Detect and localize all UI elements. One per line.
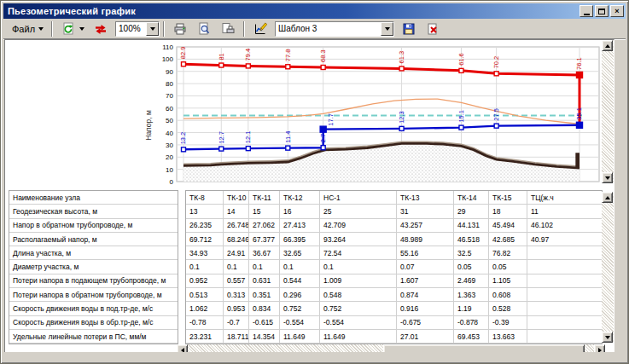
table-row: 1.0620.9530.8340.7520.7520.9161.190.528 bbox=[186, 302, 602, 315]
table-cell: 15 bbox=[249, 205, 280, 218]
scroll-up-button[interactable] bbox=[602, 40, 613, 51]
row-label: Располагаемый напор, м bbox=[9, 233, 178, 246]
zoom-dropdown-button[interactable] bbox=[146, 22, 159, 36]
table-cell: 46.518 bbox=[454, 233, 489, 246]
table-cell: 11.649 bbox=[280, 330, 320, 344]
template-value: Шаблон 3 bbox=[276, 22, 381, 36]
y-tick-label: 100 bbox=[162, 55, 174, 63]
table-col-header: ТК-11 bbox=[249, 191, 280, 205]
app-window: Пьезометрический график × Файл 100% bbox=[0, 0, 629, 364]
piezometric-chart: 0102030405060708090100110Напор, м82.913.… bbox=[5, 40, 614, 188]
table-row: 0.9520.5570.6310.5441.0091.6072.4691.105 bbox=[186, 274, 602, 288]
y-tick-label: 60 bbox=[166, 105, 173, 113]
table-cell bbox=[527, 302, 603, 315]
table-cell: 93.264 bbox=[320, 233, 397, 246]
table-cell: 32.65 bbox=[280, 246, 320, 260]
y-tick-label: 30 bbox=[166, 142, 173, 149]
template-dropdown-button[interactable] bbox=[381, 22, 393, 36]
table-row: 0.5130.3130.3510.2960.5480.8741.3630.608 bbox=[186, 288, 602, 302]
scroll-down-button[interactable] bbox=[602, 172, 613, 183]
table-cell: 0.1 bbox=[249, 260, 280, 274]
table-cell: 0.351 bbox=[249, 288, 280, 302]
scroll-down-button[interactable] bbox=[602, 332, 613, 343]
page-setup-button[interactable] bbox=[216, 20, 240, 38]
table-cell bbox=[527, 274, 603, 288]
supply-head-label: 61.3 bbox=[398, 51, 405, 64]
table-cell: 13 bbox=[186, 205, 224, 218]
table-cell: 0.1 bbox=[186, 260, 224, 274]
return-node-marker bbox=[577, 122, 583, 128]
print-preview-icon bbox=[196, 21, 212, 37]
scroll-up-button[interactable] bbox=[602, 192, 613, 203]
chevron-down-icon bbox=[38, 27, 44, 31]
table-cell: 67.377 bbox=[249, 233, 280, 246]
return-node-marker bbox=[182, 147, 186, 152]
delete-template-button[interactable] bbox=[421, 20, 445, 38]
close-button[interactable]: × bbox=[610, 5, 624, 17]
zoom-combobox[interactable]: 100% bbox=[115, 21, 160, 37]
table-cell: 1.607 bbox=[397, 274, 454, 288]
table-col-header: ТК-13 bbox=[397, 191, 454, 205]
table-cell: 0.548 bbox=[320, 288, 397, 302]
row-label: Напор в обратном трубопроводе, м bbox=[9, 219, 178, 233]
y-tick-label: 70 bbox=[166, 92, 173, 100]
table-cell: 0.916 bbox=[397, 302, 454, 315]
y-tick-label: 40 bbox=[166, 130, 173, 137]
table-cell: 1.009 bbox=[320, 274, 397, 288]
table-cell: 48.989 bbox=[397, 233, 454, 246]
table-cell: 32.5 bbox=[454, 246, 489, 260]
table-cell bbox=[527, 330, 603, 344]
refresh-button[interactable] bbox=[56, 20, 89, 38]
supply-node-marker bbox=[321, 65, 325, 69]
table-cell: 25 bbox=[320, 205, 397, 218]
table-cell: -0.39 bbox=[489, 316, 527, 330]
table-vertical-scrollbar[interactable] bbox=[602, 192, 614, 343]
table-cell: 0.313 bbox=[224, 288, 249, 302]
table-cell: 0.05 bbox=[489, 260, 527, 274]
table-col-header: ТК-12 bbox=[280, 191, 320, 205]
minimize-icon bbox=[584, 14, 590, 15]
table-data-grid: ТК-8ТК-10ТК-11ТК-12НС-1ТК-13ТК-14ТК-15ТЦ… bbox=[185, 190, 603, 344]
table-col-header: ТЦ(ж.ч bbox=[527, 191, 603, 205]
save-template-button[interactable] bbox=[397, 20, 421, 38]
titlebar-buttons: × bbox=[579, 5, 626, 17]
template-combobox[interactable]: Шаблон 3 bbox=[275, 21, 394, 37]
table-cell: 0.544 bbox=[280, 274, 320, 288]
supply-head-label: 82.9 bbox=[180, 47, 188, 60]
chart-vertical-scrollbar[interactable] bbox=[602, 40, 614, 183]
recalc-button[interactable] bbox=[89, 20, 113, 38]
supply-node-marker bbox=[399, 66, 404, 71]
supply-head-label: 76.1 bbox=[576, 57, 584, 70]
row-label: Наименование узла bbox=[9, 191, 178, 205]
table-cell: 76.82 bbox=[489, 246, 527, 260]
y-tick-label: 50 bbox=[166, 117, 173, 124]
return-node-marker bbox=[246, 147, 250, 151]
supply-node-marker bbox=[494, 72, 498, 76]
chevron-down-icon bbox=[150, 27, 155, 31]
table-cell: 23.231 bbox=[186, 330, 224, 344]
print-preview-button[interactable] bbox=[192, 20, 216, 38]
table-cell: 11 bbox=[527, 205, 603, 218]
y-tick-label: 110 bbox=[162, 43, 173, 51]
maximize-button[interactable] bbox=[595, 5, 609, 17]
table-row-labels: Наименование узлаГеодезическая высота, м… bbox=[9, 190, 178, 344]
table-col-header: НС-1 bbox=[320, 191, 397, 205]
return-node-marker bbox=[321, 146, 325, 150]
table-cell: 0.752 bbox=[280, 302, 320, 315]
minimize-button[interactable] bbox=[579, 5, 593, 17]
table-cell: 0.952 bbox=[186, 274, 224, 288]
save-template-icon bbox=[401, 21, 416, 37]
table-cell: 46.102 bbox=[527, 219, 603, 233]
table-row: 26.23526.74827.06227.41342.70943.25744.1… bbox=[186, 219, 602, 233]
file-menu-button[interactable]: Файл bbox=[8, 20, 48, 38]
title-bar[interactable]: Пьезометрический график × bbox=[3, 3, 626, 19]
table-cell: -0.878 bbox=[454, 316, 489, 330]
toolbar-separator bbox=[163, 21, 165, 37]
table-cell: 0.752 bbox=[320, 302, 397, 315]
row-label: Потери напора в подающем трубопроводе, м bbox=[9, 274, 178, 288]
table-cell: 0.1 bbox=[320, 260, 397, 274]
table-row: 34.9324.9136.6732.6572.5455.1632.576.82 bbox=[186, 246, 602, 260]
print-button[interactable] bbox=[168, 20, 192, 38]
edit-chart-button[interactable] bbox=[248, 20, 272, 38]
y-tick-label: 80 bbox=[166, 80, 173, 88]
